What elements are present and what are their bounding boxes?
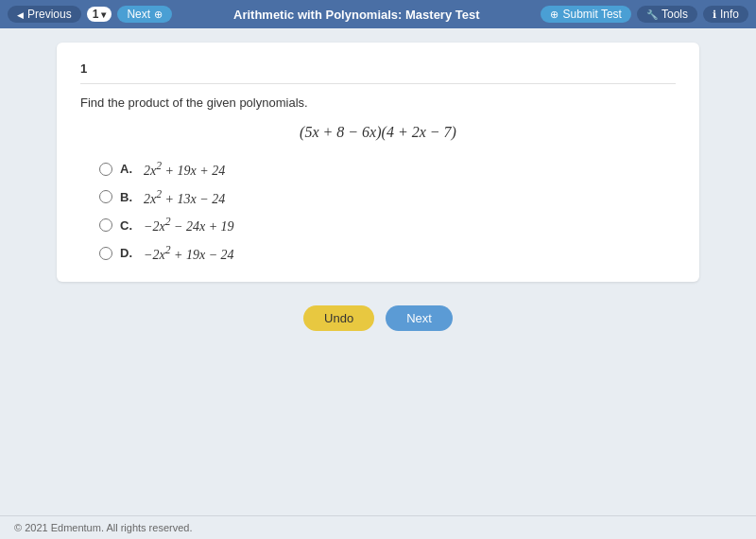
question-number-display: 1: [93, 8, 99, 21]
header-nav-left: Previous 1 Next: [8, 6, 172, 23]
radio-b[interactable]: [99, 190, 112, 203]
footer: © 2021 Edmentum. All rights reserved.: [0, 515, 756, 539]
answer-options: A. 2x2 + 19x + 24 B. 2x2 + 13x − 24 C. −…: [99, 160, 676, 263]
question-number: 1: [80, 61, 676, 84]
next-nav-label: Next: [127, 8, 150, 21]
arrow-left-icon: [17, 8, 24, 21]
submit-test-button[interactable]: Submit Test: [541, 6, 630, 23]
option-b-label: B.: [120, 190, 132, 204]
previous-label: Previous: [27, 8, 72, 21]
option-c[interactable]: C. −2x2 − 24x + 19: [99, 216, 676, 235]
option-b[interactable]: B. 2x2 + 13x − 24: [99, 188, 676, 207]
undo-button[interactable]: Undo: [303, 305, 374, 331]
option-d-math: −2x2 + 19x − 24: [144, 244, 234, 263]
option-a-label: A.: [120, 162, 132, 176]
next-nav-button[interactable]: Next: [117, 6, 172, 23]
info-button[interactable]: Info: [703, 6, 748, 23]
question-card: 1 Find the product of the given polynomi…: [57, 43, 699, 282]
info-label: Info: [720, 8, 739, 21]
next-button[interactable]: Next: [386, 305, 453, 331]
page-title: Arithmetic with Polynomials: Mastery Tes…: [180, 8, 533, 22]
radio-a[interactable]: [99, 163, 112, 176]
main-content: 1 Find the product of the given polynomi…: [0, 28, 756, 515]
option-c-math: −2x2 − 24x + 19: [144, 216, 234, 235]
copyright-text: © 2021 Edmentum. All rights reserved.: [14, 522, 192, 533]
radio-d[interactable]: [99, 247, 112, 260]
option-b-math: 2x2 + 13x − 24: [144, 188, 225, 207]
tools-button[interactable]: Tools: [637, 6, 697, 23]
submit-label: Submit Test: [562, 8, 621, 21]
radio-c[interactable]: [99, 218, 112, 232]
option-d[interactable]: D. −2x2 + 19x − 24: [99, 244, 676, 263]
tools-icon: [646, 8, 658, 21]
previous-button[interactable]: Previous: [8, 6, 81, 23]
option-a[interactable]: A. 2x2 + 19x + 24: [99, 160, 676, 179]
option-c-label: C.: [120, 218, 132, 233]
question-prompt: Find the product of the given polynomial…: [80, 96, 676, 110]
math-expression: (5x + 8 − 6x)(4 + 2x − 7): [80, 124, 676, 141]
header-nav-right: Submit Test Tools Info: [541, 6, 748, 23]
tools-label: Tools: [662, 8, 688, 21]
option-a-math: 2x2 + 19x + 24: [144, 160, 225, 179]
question-selector-button[interactable]: 1: [87, 7, 112, 22]
info-icon: [713, 8, 716, 21]
circle-plus-icon: [154, 8, 163, 21]
submit-icon: [550, 8, 558, 21]
header: Previous 1 Next Arithmetic with Polynomi…: [0, 0, 756, 28]
option-d-label: D.: [120, 246, 132, 260]
chevron-down-icon: [101, 8, 106, 21]
action-buttons: Undo Next: [57, 305, 699, 331]
